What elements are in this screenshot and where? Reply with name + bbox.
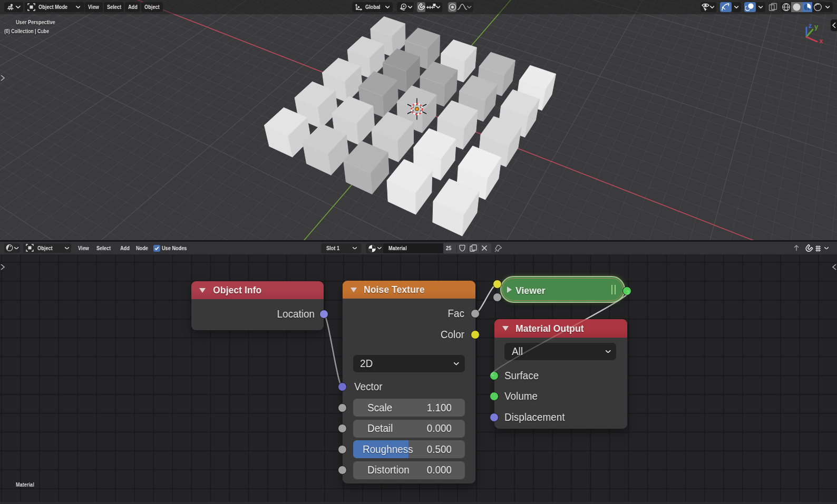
- svg-text:x: x: [819, 37, 823, 45]
- svg-text:y: y: [814, 23, 819, 31]
- svg-text:z: z: [809, 22, 812, 29]
